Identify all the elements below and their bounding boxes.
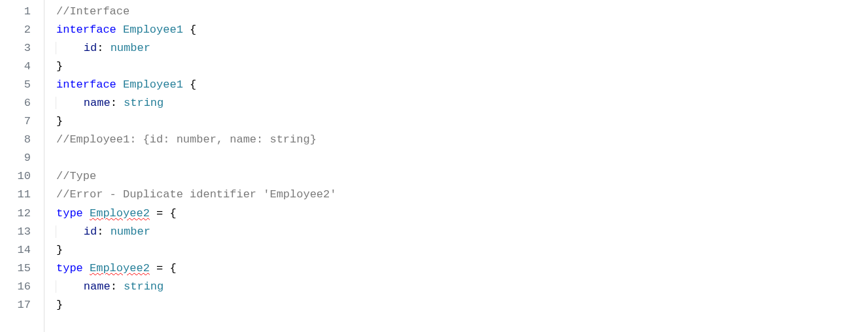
code-token	[116, 24, 123, 36]
line-number: 12	[0, 205, 44, 223]
line-number: 5	[0, 76, 44, 94]
line-number-gutter: 1234567891011121314151617	[0, 0, 44, 332]
code-line[interactable]: type Employee2 = {	[56, 259, 868, 278]
code-token: {	[190, 24, 196, 36]
line-number: 11	[0, 186, 44, 204]
code-token: //Interface	[56, 5, 130, 18]
code-token: Employee2	[90, 207, 150, 220]
code-token: {	[169, 207, 176, 220]
code-token: id	[84, 42, 97, 54]
code-line[interactable]	[56, 149, 868, 167]
code-token: {	[190, 78, 196, 91]
code-token	[116, 78, 123, 91]
code-line[interactable]: //Employee1: {id: number, name: string}	[56, 131, 868, 149]
code-token: interface	[56, 78, 116, 91]
code-token: number	[111, 225, 150, 238]
code-token	[183, 24, 190, 36]
code-token	[83, 207, 90, 220]
code-token	[83, 262, 90, 274]
code-token: id	[84, 225, 97, 238]
code-token	[183, 78, 190, 91]
code-line[interactable]: name: string	[56, 278, 868, 296]
code-token: name	[84, 97, 111, 109]
code-line[interactable]: }	[56, 112, 868, 131]
code-line[interactable]: id: number	[56, 223, 868, 241]
code-line[interactable]: type Employee2 = {	[56, 205, 868, 223]
code-token	[163, 207, 169, 220]
code-token: =	[156, 207, 163, 220]
code-token: //Error - Duplicate identifier 'Employee…	[56, 188, 336, 201]
code-token: :	[111, 280, 117, 293]
code-token	[150, 207, 156, 220]
line-number: 16	[0, 278, 44, 296]
line-number: 6	[0, 94, 44, 112]
line-number: 2	[0, 21, 44, 39]
code-line[interactable]: }	[56, 241, 868, 259]
line-number: 17	[0, 296, 44, 314]
code-token	[103, 225, 110, 238]
code-token: string	[124, 280, 164, 293]
line-number: 9	[0, 149, 44, 167]
code-token: }	[56, 60, 63, 73]
line-number: 1	[0, 3, 44, 21]
code-token	[117, 97, 124, 109]
code-token: {	[169, 262, 176, 274]
code-line[interactable]: }	[56, 58, 868, 76]
line-number: 10	[0, 167, 44, 186]
line-number: 8	[0, 131, 44, 149]
line-number: 13	[0, 223, 44, 241]
code-line[interactable]: interface Employee1 {	[56, 21, 868, 39]
code-token: }	[56, 299, 63, 311]
code-token: interface	[56, 24, 116, 36]
code-token: number	[111, 42, 150, 54]
code-token	[103, 42, 110, 54]
code-token: type	[56, 207, 83, 220]
code-token: }	[56, 244, 63, 256]
line-number: 7	[0, 112, 44, 131]
code-token: Employee1	[123, 78, 183, 91]
code-token: //Type	[56, 170, 96, 182]
code-token: Employee1	[123, 24, 183, 36]
line-number: 4	[0, 58, 44, 76]
code-token: }	[56, 115, 63, 127]
code-line[interactable]: //Interface	[56, 3, 868, 21]
code-line[interactable]: //Error - Duplicate identifier 'Employee…	[56, 186, 868, 204]
code-line[interactable]: //Type	[56, 167, 868, 186]
code-token: type	[56, 262, 83, 274]
line-number: 15	[0, 259, 44, 278]
code-token: :	[111, 97, 117, 109]
code-token	[163, 262, 169, 274]
code-token: name	[84, 280, 111, 293]
line-number: 14	[0, 241, 44, 259]
code-token: :	[97, 42, 103, 54]
code-token	[117, 280, 124, 293]
code-line[interactable]: }	[56, 296, 868, 314]
code-editor-content[interactable]: //Interfaceinterface Employee1 { id: num…	[44, 0, 868, 332]
code-token	[150, 262, 156, 274]
code-line[interactable]: name: string	[56, 94, 868, 112]
code-token: =	[156, 262, 163, 274]
code-token: //Employee1: {id: number, name: string}	[56, 133, 317, 146]
code-token: :	[97, 225, 103, 238]
code-token: string	[124, 97, 164, 109]
code-token: Employee2	[90, 262, 150, 274]
code-line[interactable]: id: number	[56, 39, 868, 58]
code-line[interactable]: interface Employee1 {	[56, 76, 868, 94]
line-number: 3	[0, 39, 44, 58]
